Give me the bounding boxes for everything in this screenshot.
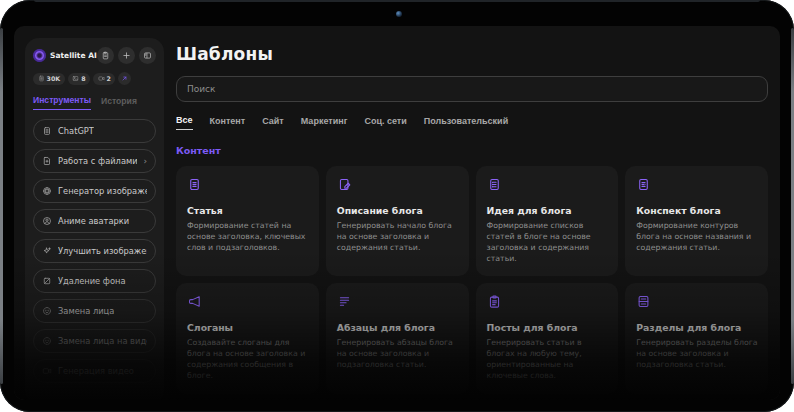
template-card-description: Генерировать абзацы блога на основе заго… [337,337,459,370]
credit-badge-value: 8 [81,75,85,82]
template-card-description: Формирование контуров блога на основе на… [636,220,758,253]
template-card[interactable]: Посты для блога Генерировать статьи в бл… [476,283,619,393]
template-card-title: Конспект блога [636,205,758,216]
category-tab-label: Пользовательский [424,116,508,126]
sidebar-tab[interactable]: История [101,95,137,110]
plus-icon [122,51,131,60]
tool-item[interactable]: Замена лица [33,299,156,323]
video-icon [42,366,52,376]
tool-item-label: Работа с файлами [58,156,137,166]
device-top-edge [34,0,760,2]
tool-item[interactable]: Аниме аватарки [33,209,156,233]
brand: Satellite AI [33,49,97,62]
face-icon [42,306,52,316]
sidebar-header-button[interactable] [139,47,156,64]
sidebar-tab[interactable]: Инструменты [33,95,91,110]
tool-item-label: Улучшить изображение [58,246,147,256]
category-tab[interactable]: Пользовательский [424,115,508,130]
upgrade-button[interactable] [118,72,131,85]
pencil-icon [337,177,352,192]
arrow-up-right-icon [121,75,128,82]
category-tab-label: Все [176,115,193,125]
device-left-edge [0,28,3,384]
panel-icon [143,51,152,60]
sidebar: Satellite AI [25,38,164,400]
front-camera [396,11,402,17]
template-card-title: Слоганы [187,322,309,333]
doc-icon [42,126,52,136]
paragraph-icon [337,294,352,309]
template-card-description: Генерировать разделы блога на основе заг… [636,337,758,370]
template-card-title: Статья [187,205,309,216]
template-card-title: Посты для блога [487,322,609,333]
tablet-device-frame: Satellite AI [0,0,794,412]
template-card[interactable]: Слоганы Создавайте слоганы для блога на … [176,283,319,393]
clipboard-icon [487,294,502,309]
credit-badge-value: 30K [47,75,61,82]
credit-badges: 30K 8 2 [33,72,156,85]
tool-item-label: Генерация видео [58,366,134,376]
tool-item-label: Замена лица [58,306,114,316]
tool-item[interactable]: Удаление фона [33,269,156,293]
tool-item[interactable]: Генератор изображений [33,179,156,203]
category-tab[interactable]: Сайт [262,115,284,130]
video-icon [98,75,105,82]
template-card[interactable]: Статья Формирование статей на основе заг… [176,166,319,276]
search-input[interactable] [176,76,768,102]
main-content: Шаблоны Все Контент Сайт [176,26,768,400]
category-tab-label: Контент [210,116,246,126]
template-card[interactable]: Абзацы для блога Генерировать абзацы бло… [326,283,469,393]
category-tab[interactable]: Все [176,115,193,130]
tool-item-label: Удаление фона [58,276,126,286]
tool-item[interactable]: Работа с файлами › [33,149,156,173]
template-card-description: Формирование списков статей в блоге на о… [487,220,609,264]
tool-item[interactable]: ChatGPT [33,119,156,143]
tool-item-label: Генератор изображений [58,186,147,196]
sidebar-tab-label: История [101,96,137,106]
face-icon [42,336,52,346]
template-card[interactable]: Разделы для блога Генерировать разделы б… [625,283,768,393]
tool-item-label: Аниме аватарки [58,216,129,226]
category-tab[interactable]: Соц. сети [364,115,406,130]
template-card-description: Создавайте слоганы для блога на основе з… [187,337,309,381]
sidebar-header-button[interactable] [118,47,135,64]
avatar-icon [42,216,52,226]
credit-badge: 8 [68,73,90,85]
category-tab[interactable]: Контент [210,115,246,130]
app-screen: Satellite AI [14,26,780,400]
file-icon [42,156,52,166]
category-tab-label: Соц. сети [364,116,406,126]
tool-item-label: Замена лица на видео [58,336,147,346]
doc-icon [38,75,45,82]
template-card-title: Разделы для блога [636,322,758,333]
sections-icon [636,294,651,309]
credit-badge-value: 2 [107,75,111,82]
doc-icon [187,177,202,192]
img-icon [72,75,79,82]
credit-badge: 2 [93,73,115,85]
sidebar-header-button[interactable] [97,47,114,64]
template-card[interactable]: Описание блога Генерировать начало блога… [326,166,469,276]
brand-name: Satellite AI [50,51,97,60]
chevron-right-icon: › [143,157,147,166]
outline-icon [636,177,651,192]
category-tab[interactable]: Маркетинг [301,115,348,130]
tool-item[interactable]: Замена лица на видео [33,329,156,353]
tool-item[interactable]: Генерация видео [33,359,156,383]
template-card[interactable]: Идея для блога Формирование списков стат… [476,166,619,276]
sidebar-tab-label: Инструменты [33,95,91,105]
sidebar-header: Satellite AI [33,47,156,64]
sphere-icon [42,186,52,196]
template-card-title: Идея для блога [487,205,609,216]
template-cards-grid: Статья Формирование статей на основе заг… [176,166,768,394]
note-icon [101,51,110,60]
sidebar-header-buttons [97,47,156,64]
megaphone-icon [187,294,202,309]
page-title: Шаблоны [176,44,768,64]
template-card[interactable]: Конспект блога Формирование контуров бло… [625,166,768,276]
badge-group: 30K 8 2 [33,73,115,85]
category-tab-label: Сайт [262,116,284,126]
tool-item[interactable]: Улучшить изображение [33,239,156,263]
section-label: Контент [176,145,768,156]
sidebar-tabs: Инструменты История [33,95,156,110]
